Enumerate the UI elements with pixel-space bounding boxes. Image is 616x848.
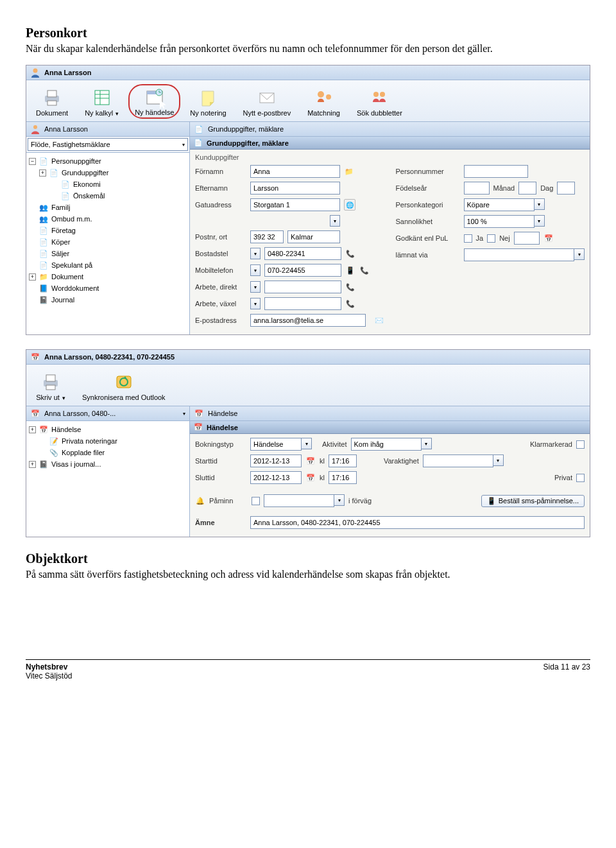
ort-input[interactable]: [287, 230, 340, 243]
expand-icon[interactable]: +: [39, 169, 46, 177]
folder-icon[interactable]: 📁: [344, 166, 354, 177]
chevron-down-icon[interactable]: ▾: [250, 248, 261, 259]
svg-point-15: [326, 94, 331, 100]
mail-icon[interactable]: ✉️: [374, 315, 384, 325]
toolbar-skriv-ut[interactable]: Skriv ut▾: [29, 368, 73, 403]
chevron-down-icon[interactable]: ▾: [334, 494, 345, 506]
lamnat-select[interactable]: [464, 248, 575, 261]
phone-icon[interactable]: 📞: [345, 299, 355, 309]
klarmarkerad-checkbox[interactable]: [576, 440, 585, 449]
collapse-icon[interactable]: −: [29, 158, 36, 165]
varaktighet-select[interactable]: [423, 454, 493, 467]
kategori-select[interactable]: [464, 198, 535, 211]
efternamn-input[interactable]: [250, 182, 340, 195]
tree-personuppgifter[interactable]: −📄Personuppgifter: [28, 155, 188, 167]
fodelsear-input[interactable]: [464, 182, 490, 195]
globe-icon[interactable]: 🌐: [344, 199, 355, 211]
postnr-input[interactable]: [250, 230, 284, 243]
starttid-time-input[interactable]: [329, 454, 357, 467]
pul-nej-checkbox[interactable]: [487, 234, 495, 243]
tree-dokument[interactable]: +📁Dokument: [28, 271, 188, 282]
svg-point-0: [33, 69, 38, 73]
expand-icon[interactable]: +: [29, 461, 36, 468]
chevron-down-icon[interactable]: ▾: [183, 411, 185, 417]
journal-icon: 📓: [38, 459, 49, 469]
tree-koper[interactable]: 📄Köper: [28, 236, 188, 248]
tree-journal[interactable]: 📓Journal: [28, 294, 188, 306]
chevron-down-icon[interactable]: ▾: [574, 248, 585, 260]
chevron-down-icon: ▾: [62, 395, 65, 401]
tree-visas-journal[interactable]: +📓Visas i journal...: [28, 458, 188, 470]
chevron-down-icon[interactable]: ▾: [422, 438, 432, 449]
paminn-select[interactable]: [264, 494, 334, 507]
tree-grunduppgifter[interactable]: +📄Grunduppgifter: [28, 167, 188, 178]
chevron-down-icon[interactable]: ▾: [330, 215, 340, 227]
aktivitet-select[interactable]: [351, 438, 422, 451]
mobile-icon[interactable]: 📱: [345, 265, 355, 275]
toolbar-ny-kalkyl[interactable]: Ny kalkyl▾: [78, 84, 126, 119]
tree-ekonomi[interactable]: 📄Ekonomi: [28, 178, 188, 190]
pul-date-input[interactable]: [514, 232, 540, 245]
bostadstel-input[interactable]: [264, 247, 341, 260]
tree-worddokument[interactable]: 📘Worddokument: [28, 282, 188, 294]
manad-input[interactable]: [518, 182, 536, 195]
mobil-input[interactable]: [264, 264, 341, 277]
arbdir-input[interactable]: [264, 281, 341, 293]
paminn-checkbox[interactable]: [252, 497, 260, 505]
toolbar-nytt-epostbrev[interactable]: Nytt e-postbrev: [236, 84, 298, 119]
sannolikhet-select[interactable]: [464, 215, 535, 228]
sluttid-date-input[interactable]: [250, 471, 302, 484]
chevron-down-icon[interactable]: ▾: [302, 438, 312, 449]
calendar-icon[interactable]: 📅: [305, 472, 316, 483]
chevron-down-icon[interactable]: ▾: [250, 298, 261, 309]
starttid-date-input[interactable]: [250, 454, 302, 467]
chevron-down-icon[interactable]: ▾: [250, 264, 261, 276]
flow-selector[interactable]: Flöde, Fastighetsmäklare▾: [28, 138, 188, 151]
svg-rect-21: [46, 385, 55, 390]
toolbar-dokument[interactable]: Dokument: [29, 84, 75, 119]
amne-input[interactable]: [250, 516, 585, 529]
tree-saljer[interactable]: 📄Säljer: [28, 248, 188, 259]
epost-input[interactable]: [250, 314, 366, 327]
tree-handelse[interactable]: +📅Händelse: [28, 424, 188, 435]
sms-reminder-button[interactable]: 📱Beställ sms-påminnelse...: [481, 495, 585, 507]
pul-ja-checkbox[interactable]: [464, 234, 472, 243]
section-header: Grunduppgifter, mäklare: [207, 139, 289, 147]
calendar-icon[interactable]: 📅: [543, 233, 554, 243]
chevron-down-icon[interactable]: ▾: [250, 281, 261, 293]
svg-rect-2: [47, 91, 56, 97]
gatuadress-input[interactable]: [250, 198, 340, 211]
bokningstyp-select[interactable]: [250, 438, 302, 451]
toolbar-sok-dubbletter[interactable]: Sök dubbletter: [350, 84, 409, 119]
phone-icon[interactable]: 📞: [345, 282, 355, 292]
expand-icon[interactable]: +: [29, 426, 36, 433]
tree-ombud[interactable]: 👥Ombud m.m.: [28, 213, 188, 225]
tree-privata[interactable]: 📝Privata noteringar: [28, 435, 188, 447]
personnummer-input[interactable]: [464, 165, 528, 178]
tree-familj[interactable]: 👥Familj: [28, 202, 188, 213]
toolbar-sync-outlook[interactable]: Synkronisera med Outlook: [75, 368, 173, 403]
arbvax-input[interactable]: [264, 297, 341, 310]
people-icon: 👥: [38, 202, 49, 212]
toolbar-ny-notering[interactable]: Ny notering: [183, 84, 233, 119]
chevron-down-icon[interactable]: ▾: [535, 215, 545, 227]
toolbar-matchning[interactable]: Matchning: [300, 84, 347, 119]
dag-input[interactable]: [557, 182, 575, 195]
chevron-down-icon[interactable]: ▾: [535, 198, 545, 210]
tree-spekulant[interactable]: 📄Spekulant på: [28, 259, 188, 271]
note-icon: [198, 87, 218, 108]
phone-icon[interactable]: 📞: [359, 265, 370, 275]
file-icon: 📄: [38, 156, 49, 166]
tree-kopplade[interactable]: 📎Kopplade filer: [28, 447, 188, 458]
expand-icon[interactable]: +: [29, 273, 36, 281]
tree-onskemal[interactable]: 📄Önskemål: [28, 190, 188, 202]
privat-checkbox[interactable]: [576, 474, 585, 482]
phone-icon[interactable]: 📞: [345, 248, 355, 259]
fornamn-input[interactable]: [250, 165, 340, 178]
sluttid-time-input[interactable]: [329, 471, 357, 484]
tree-foretag[interactable]: 📄Företag: [28, 225, 188, 236]
folder-icon: 📁: [38, 272, 49, 282]
toolbar-ny-handelse[interactable]: Ny händelse: [128, 84, 180, 119]
calendar-icon[interactable]: 📅: [305, 456, 316, 466]
chevron-down-icon[interactable]: ▾: [493, 454, 504, 466]
